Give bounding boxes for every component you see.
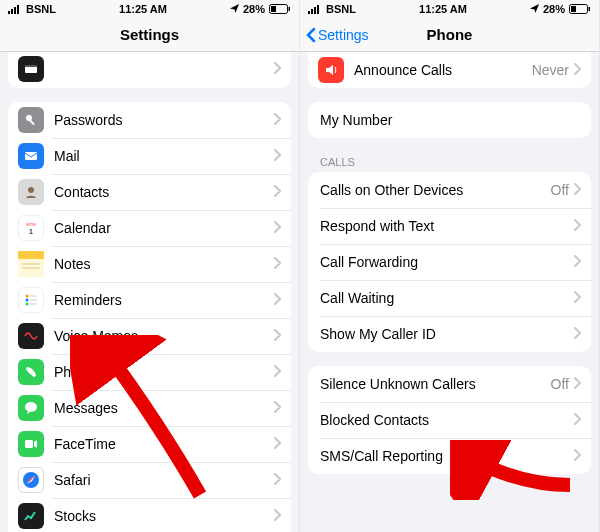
row-my-number[interactable]: My Number [308,102,591,138]
svg-rect-26 [25,440,33,448]
row-label: Calendar [54,220,273,236]
row-label: Messages [54,400,273,416]
chevron-right-icon [273,327,281,345]
row-label: Contacts [54,184,273,200]
chevron-right-icon [273,60,281,78]
partial-row[interactable] [8,52,291,88]
wallet-icon [18,56,44,82]
battery-percent: 28% [243,3,265,15]
chevron-left-icon [306,27,316,43]
carrier-label: BSNL [26,3,56,15]
svg-rect-10 [29,119,35,125]
row-label: Stocks [54,508,273,524]
row-call-waiting[interactable]: Call Waiting [308,280,591,316]
svg-point-19 [26,295,29,298]
status-bar: BSNL 11:25 AM 28% [300,0,599,18]
row-label: My Number [318,112,581,128]
row-calendar[interactable]: MON1 Calendar [8,210,291,246]
signal-icon [308,4,322,14]
row-show-my-caller-id[interactable]: Show My Caller ID [308,316,591,352]
page-title: Phone [427,26,473,43]
row-label: Passwords [54,112,273,128]
calendar-icon: MON1 [18,215,44,241]
chevron-right-icon [573,253,581,271]
row-label: Reminders [54,292,273,308]
svg-rect-6 [289,7,291,11]
row-voice-memos[interactable]: Voice Memos [8,318,291,354]
chevron-right-icon [573,217,581,235]
svg-text:1: 1 [29,227,34,236]
back-button[interactable]: Settings [306,27,369,43]
carrier-label: BSNL [326,3,356,15]
chevron-right-icon [573,375,581,393]
chevron-right-icon [273,471,281,489]
row-passwords[interactable]: Passwords [8,102,291,138]
row-label: Call Forwarding [318,254,573,270]
row-announce-calls[interactable]: Announce Calls Never [308,52,591,88]
phone-content[interactable]: Announce Calls Never My Number CALLS Cal… [300,52,599,532]
svg-rect-5 [271,6,276,12]
chevron-right-icon [273,291,281,309]
clock: 11:25 AM [419,3,467,15]
row-value: Off [551,182,569,198]
nav-bar: Settings [0,18,299,52]
signal-icon [8,4,22,14]
svg-rect-36 [589,7,591,11]
row-label: Mail [54,148,273,164]
chevron-right-icon [273,507,281,525]
settings-screen: BSNL 11:25 AM 28% Settings [0,0,300,532]
row-silence-unknown[interactable]: Silence Unknown Callers Off [308,366,591,402]
svg-rect-8 [25,65,37,67]
row-contacts[interactable]: Contacts [8,174,291,210]
row-phone[interactable]: Phone [8,354,291,390]
row-facetime[interactable]: FaceTime [8,426,291,462]
reminders-icon [18,287,44,313]
facetime-icon [18,431,44,457]
safari-icon [18,467,44,493]
phone-settings-screen: BSNL 11:25 AM 28% Settings Phone Announc… [300,0,600,532]
mail-icon [18,143,44,169]
row-calls-other-devices[interactable]: Calls on Other Devices Off [308,172,591,208]
row-label: Call Waiting [318,290,573,306]
svg-rect-32 [314,7,316,14]
blocking-group: Silence Unknown Callers Off Blocked Cont… [308,366,591,474]
settings-content[interactable]: Passwords Mail Contacts MON1 [0,52,299,532]
svg-rect-31 [311,9,313,14]
row-blocked-contacts[interactable]: Blocked Contacts [308,402,591,438]
row-label: Silence Unknown Callers [318,376,551,392]
chevron-right-icon [273,255,281,273]
location-icon [230,3,239,15]
svg-rect-3 [17,5,19,14]
svg-rect-1 [11,9,13,14]
svg-rect-33 [317,5,319,14]
battery-icon [569,4,591,14]
notes-icon [18,251,44,277]
row-messages[interactable]: Messages [8,390,291,426]
chevron-right-icon [273,183,281,201]
chevron-right-icon [273,435,281,453]
chevron-right-icon [573,325,581,343]
status-bar: BSNL 11:25 AM 28% [0,0,299,18]
chevron-right-icon [573,181,581,199]
chevron-right-icon [573,411,581,429]
row-reminders[interactable]: Reminders [8,282,291,318]
row-label: SMS/Call Reporting [318,448,573,464]
contacts-icon [18,179,44,205]
row-mail[interactable]: Mail [8,138,291,174]
announce-group: Announce Calls Never [308,52,591,88]
row-call-forwarding[interactable]: Call Forwarding [308,244,591,280]
battery-percent: 28% [543,3,565,15]
row-value: Never [532,62,569,78]
row-safari[interactable]: Safari [8,462,291,498]
svg-rect-11 [25,152,37,160]
row-label: Announce Calls [354,62,532,78]
row-label: Notes [54,256,273,272]
svg-point-25 [25,402,37,412]
row-label: Calls on Other Devices [318,182,551,198]
location-icon [530,3,539,15]
row-respond-with-text[interactable]: Respond with Text [308,208,591,244]
calls-header: CALLS [308,152,591,172]
row-sms-call-reporting[interactable]: SMS/Call Reporting [308,438,591,474]
row-notes[interactable]: Notes [8,246,291,282]
row-stocks[interactable]: Stocks [8,498,291,532]
